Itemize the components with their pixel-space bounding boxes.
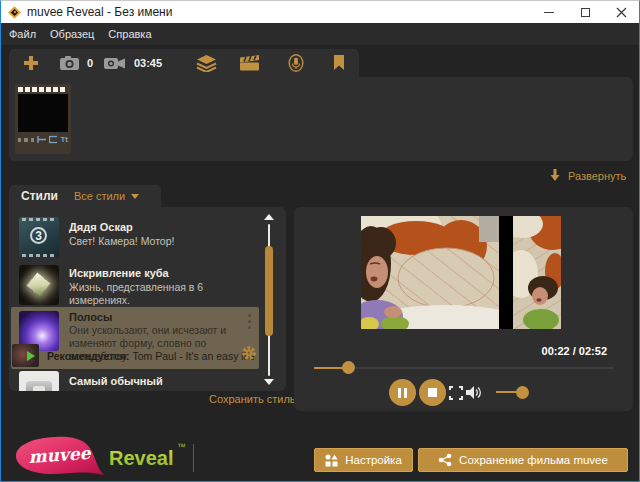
video-frame-left: [361, 216, 499, 329]
app-window: muvee Reveal - Без имени Файл Образец Сп…: [0, 0, 640, 482]
customize-shapes-icon: [325, 454, 338, 467]
camcorder-icon: [103, 55, 126, 71]
close-icon: [616, 7, 627, 18]
scroll-down-arrow[interactable]: [264, 379, 274, 385]
bookmark-tool-button[interactable]: [329, 49, 349, 77]
menu-help[interactable]: Справка: [108, 28, 161, 40]
videos-indicator: [101, 49, 127, 77]
recommended-track: Рекомендуется: Tom Paul - It's an easy l…: [47, 350, 255, 362]
menubar: Файл Образец Справка: [1, 23, 639, 45]
save-style-link[interactable]: Сохранить стиль: [209, 393, 296, 405]
style-description: Жизнь, представленная в 6 измерениях.: [69, 281, 260, 307]
text-tool-icon[interactable]: Tt: [60, 136, 68, 144]
minimize-button[interactable]: [531, 1, 567, 23]
video-frame-right: [513, 216, 561, 329]
titlebar: muvee Reveal - Без имени: [1, 1, 639, 23]
style-settings-button[interactable]: [241, 345, 257, 365]
app-logo-icon: [8, 6, 21, 19]
play-icon: [27, 351, 35, 361]
expand-arrow-icon: [549, 169, 561, 182]
chevron-down-icon: [131, 194, 139, 199]
style-name: Самый обычный: [69, 375, 163, 387]
brand-logo: muvee Reveal ™: [9, 432, 199, 482]
close-button[interactable]: [603, 1, 639, 23]
clip-edit-icons: Tt: [15, 132, 71, 144]
style-name: Искривление куба: [69, 267, 169, 279]
volume-button[interactable]: [466, 385, 483, 404]
style-name: Дядя Оскар: [69, 221, 133, 233]
styles-header: Стили Все стили: [9, 185, 161, 207]
preview-panel: 00:22 / 02:52: [294, 207, 633, 411]
scrollbar-thumb[interactable]: [265, 246, 273, 336]
seek-bar[interactable]: [314, 367, 614, 369]
gear-icon: [241, 345, 257, 361]
pause-button[interactable]: [389, 379, 416, 406]
add-media-button[interactable]: [21, 49, 41, 77]
maximize-button[interactable]: [567, 1, 603, 23]
pause-icon: [398, 388, 401, 398]
clapperboard-icon: [240, 55, 259, 71]
film-frame: [18, 94, 68, 132]
frame-divider: [499, 216, 513, 329]
footer-divider: [193, 444, 194, 472]
fullscreen-button[interactable]: [449, 386, 463, 400]
media-toolbar: 0 03:45: [9, 49, 359, 77]
maximize-icon: [581, 8, 590, 17]
stop-button[interactable]: [419, 379, 446, 406]
speaker-icon: [466, 385, 483, 400]
menu-file[interactable]: Файл: [9, 28, 46, 40]
share-icon: [438, 453, 452, 467]
styles-title: Стили: [21, 189, 58, 203]
bookmark-icon: [333, 55, 345, 71]
styles-filter-dropdown[interactable]: Все стили: [74, 190, 139, 202]
storyboard-panel: Tt: [9, 77, 633, 161]
style-item-plain[interactable]: Самый обычный: [9, 371, 260, 391]
styles-list: 3 Дядя Оскар Свет! Камера! Мотор! Искрив…: [9, 207, 286, 391]
style-options-menu[interactable]: [248, 314, 251, 329]
plus-icon: [23, 55, 39, 71]
microphone-icon: [288, 54, 304, 72]
style-item-oscar[interactable]: 3 Дядя Оскар Свет! Камера! Мотор!: [9, 213, 260, 261]
settings-button-label: Настройка: [345, 454, 402, 466]
volume-handle[interactable]: [516, 386, 529, 399]
style-item-stripes-selected[interactable]: Полосы Они ускользают, они исчезают и из…: [11, 307, 259, 369]
style-thumbnail: 3: [19, 217, 59, 257]
seek-handle[interactable]: [342, 361, 355, 374]
window-controls: [531, 1, 639, 23]
style-thumbnail: [19, 265, 59, 305]
fullscreen-icon: [449, 386, 453, 390]
style-thumbnail: [19, 371, 59, 391]
playback-time: 00:22 / 02:52: [542, 345, 607, 357]
save-movie-button-label: Сохранение фильма muvee: [459, 454, 608, 466]
style-item-cube[interactable]: Искривление куба Жизнь, представленная в…: [9, 263, 260, 307]
video-duration: 03:45: [127, 49, 169, 77]
voiceover-tool-button[interactable]: [285, 49, 307, 77]
clips-tool-button[interactable]: [237, 49, 261, 77]
photo-count: 0: [83, 49, 97, 77]
stop-icon: [428, 388, 437, 397]
clip-thumbnail[interactable]: Tt: [15, 84, 71, 154]
film-sprockets-top: [15, 84, 71, 92]
scroll-up-arrow[interactable]: [264, 214, 274, 220]
expand-label: Развернуть: [568, 170, 626, 182]
save-movie-button[interactable]: Сохранение фильма muvee: [418, 448, 628, 472]
camera-icon: [59, 55, 80, 71]
settings-button[interactable]: Настройка: [314, 448, 413, 472]
expand-link[interactable]: Развернуть: [549, 169, 626, 182]
photos-indicator: [57, 49, 81, 77]
styles-tool-button[interactable]: [194, 49, 218, 77]
music-preview-thumbnail[interactable]: [12, 344, 39, 367]
logo-reveal-text: Reveal: [109, 447, 174, 469]
minimize-icon: [544, 12, 554, 13]
styles-filter-label: Все стили: [74, 190, 125, 202]
menu-sample[interactable]: Образец: [50, 28, 104, 40]
window-title: muvee Reveal - Без имени: [27, 5, 172, 19]
video-preview[interactable]: [361, 216, 561, 329]
trim-icon[interactable]: [37, 135, 46, 144]
layers-icon: [196, 55, 217, 72]
logo-tm: ™: [177, 442, 186, 452]
style-description: Свет! Камера! Мотор!: [69, 235, 174, 248]
style-name: Полосы: [69, 311, 112, 323]
caption-icon[interactable]: [49, 135, 57, 144]
